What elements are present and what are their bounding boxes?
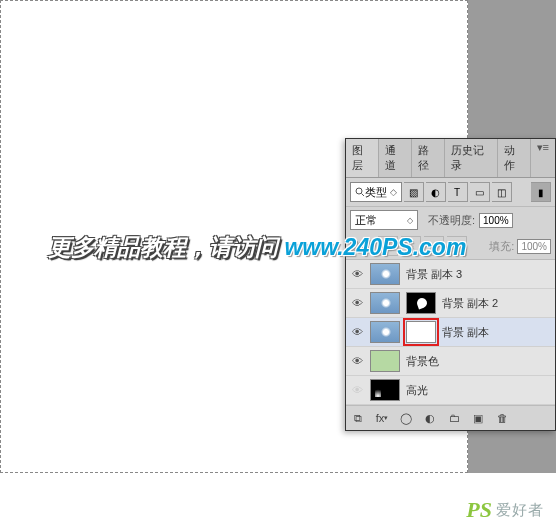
new-adjustment-icon[interactable]: ◐ — [422, 410, 438, 426]
filter-toggle-switch[interactable]: ▮ — [531, 182, 551, 202]
layer-filter-row: 类型 ◇ ▧ ◐ T ▭ ◫ ▮ — [346, 178, 555, 207]
tutorial-watermark-text: 更多精品教程，请访问 www.240PS.com — [48, 232, 466, 263]
site-watermark: PS 爱好者 — [466, 497, 544, 523]
layer-thumbnail[interactable] — [370, 263, 400, 285]
filter-adjustment-icon[interactable]: ◐ — [426, 182, 446, 202]
layer-row[interactable]: 👁 背景色 — [346, 347, 555, 376]
layer-thumbnail[interactable] — [370, 321, 400, 343]
layer-name: 背景 副本 2 — [442, 296, 498, 311]
filter-shape-icon[interactable]: ▭ — [470, 182, 490, 202]
watermark-text: 爱好者 — [496, 501, 544, 520]
layer-name: 背景色 — [406, 354, 439, 369]
panel-footer: ⧉ fx▾ ◯ ◐ 🗀 ▣ 🗑 — [346, 405, 555, 430]
layer-thumbnail[interactable] — [370, 350, 400, 372]
visibility-toggle[interactable]: 👁 — [350, 383, 364, 397]
chevron-down-icon: ◇ — [387, 187, 397, 197]
tab-history[interactable]: 历史记录 — [445, 139, 498, 177]
new-layer-icon[interactable]: ▣ — [470, 410, 486, 426]
layer-name: 背景 副本 3 — [406, 267, 462, 282]
svg-point-0 — [356, 188, 362, 194]
overlay-text-part1: 更多精品教程，请访问 — [48, 234, 284, 260]
new-group-icon[interactable]: 🗀 — [446, 410, 462, 426]
layer-mask-thumbnail[interactable] — [406, 292, 436, 314]
layers-panel: 图层 通道 路径 历史记录 动作 ▾≡ 类型 ◇ ▧ ◐ T ▭ ◫ ▮ 正常 … — [345, 138, 556, 431]
layer-row[interactable]: 👁 高光 — [346, 376, 555, 405]
fill-value[interactable]: 100% — [517, 239, 551, 254]
layer-name: 高光 — [406, 383, 428, 398]
layer-name: 背景 副本 — [442, 325, 489, 340]
visibility-toggle[interactable]: 👁 — [350, 354, 364, 368]
visibility-toggle[interactable]: 👁 — [350, 296, 364, 310]
opacity-value[interactable]: 100% — [479, 213, 513, 228]
layer-row[interactable]: 👁 背景 副本 — [346, 318, 555, 347]
tab-layers[interactable]: 图层 — [346, 139, 379, 177]
watermark-ps: PS — [466, 497, 492, 523]
blend-mode-select[interactable]: 正常 ◇ — [350, 210, 418, 230]
overlay-text-part2: www.240PS.com — [284, 234, 466, 260]
svg-line-1 — [362, 194, 365, 197]
layer-row[interactable]: 👁 背景 副本 2 — [346, 289, 555, 318]
layer-filter-type-select[interactable]: 类型 ◇ — [350, 182, 402, 202]
fill-label: 填充: — [489, 239, 514, 254]
panel-tabs: 图层 通道 路径 历史记录 动作 ▾≡ — [346, 139, 555, 178]
delete-layer-icon[interactable]: 🗑 — [494, 410, 510, 426]
panel-menu-icon[interactable]: ▾≡ — [531, 139, 555, 177]
layer-mask-thumbnail[interactable] — [406, 321, 436, 343]
layer-thumbnail[interactable] — [370, 379, 400, 401]
visibility-toggle[interactable]: 👁 — [350, 325, 364, 339]
tab-channels[interactable]: 通道 — [379, 139, 412, 177]
visibility-toggle[interactable]: 👁 — [350, 267, 364, 281]
blend-mode-row: 正常 ◇ 不透明度: 100% — [346, 207, 555, 233]
chevron-down-icon: ◇ — [407, 216, 413, 225]
filter-smart-icon[interactable]: ◫ — [492, 182, 512, 202]
blend-mode-value: 正常 — [355, 213, 377, 228]
filter-type-icon[interactable]: T — [448, 182, 468, 202]
tab-paths[interactable]: 路径 — [412, 139, 445, 177]
layer-thumbnail[interactable] — [370, 292, 400, 314]
layers-list: 👁 背景 副本 3 👁 背景 副本 2 👁 背景 副本 👁 背景色 👁 高光 — [346, 260, 555, 405]
add-mask-icon[interactable]: ◯ — [398, 410, 414, 426]
layer-filter-label: 类型 — [365, 185, 387, 200]
opacity-label: 不透明度: — [428, 213, 475, 228]
layer-fx-icon[interactable]: fx▾ — [374, 410, 390, 426]
layer-row[interactable]: 👁 背景 副本 3 — [346, 260, 555, 289]
link-layers-icon[interactable]: ⧉ — [350, 410, 366, 426]
search-icon — [355, 187, 365, 197]
filter-pixel-icon[interactable]: ▧ — [404, 182, 424, 202]
tab-actions[interactable]: 动作 — [498, 139, 531, 177]
